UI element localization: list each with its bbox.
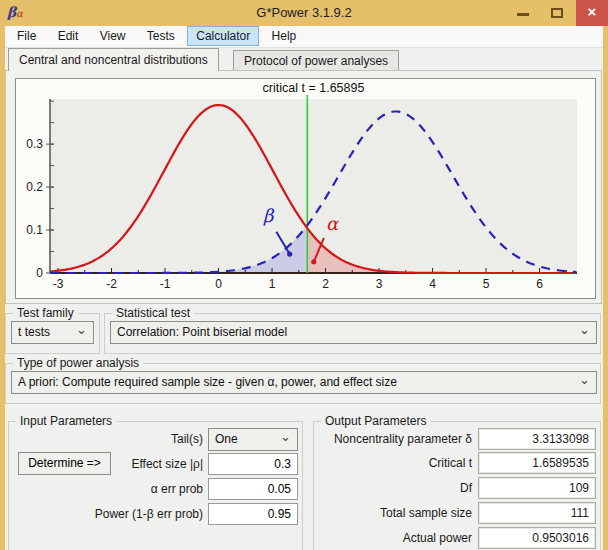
alpha-err-prob-field[interactable] (208, 478, 298, 500)
tails-value: One (215, 432, 238, 446)
svg-text:α: α (326, 213, 340, 234)
noncentrality-value: 3.3133098 (478, 428, 596, 450)
distribution-plot: -3-2-1012345600.10.20.3βαcritical t = 1.… (16, 79, 595, 298)
menu-tests[interactable]: Tests (138, 26, 184, 46)
menu-edit[interactable]: Edit (49, 26, 88, 46)
chevron-down-icon: ⌄ (579, 369, 590, 390)
svg-text:4: 4 (429, 277, 436, 291)
chevron-down-icon: ⌄ (76, 319, 87, 340)
critical-t-label: Critical t (317, 456, 472, 470)
df-label: Df (317, 481, 472, 495)
statistical-test-label: Statistical test (112, 306, 194, 320)
svg-text:-2: -2 (106, 277, 117, 291)
chevron-down-icon: ⌄ (280, 426, 291, 447)
effect-size-label: Effect size |ρ| (60, 457, 203, 471)
chart-frame: -3-2-1012345600.10.20.3βαcritical t = 1.… (15, 78, 596, 299)
svg-text:-3: -3 (53, 277, 64, 291)
svg-text:0.3: 0.3 (26, 137, 43, 151)
svg-text:6: 6 (536, 277, 543, 291)
title-bar: βα G*Power 3.1.9.2 × (0, 0, 608, 26)
svg-text:2: 2 (322, 277, 329, 291)
menu-view[interactable]: View (91, 26, 135, 46)
power-label: Power (1-β err prob) (8, 507, 203, 521)
menu-calculator[interactable]: Calculator (187, 26, 259, 46)
maximize-icon (551, 8, 563, 18)
total-sample-size-value: 111 (478, 502, 596, 524)
actual-power-label: Actual power (317, 531, 472, 545)
svg-text:-1: -1 (160, 277, 171, 291)
svg-text:critical t = 1.65895: critical t = 1.65895 (263, 81, 365, 95)
close-icon: × (588, 3, 597, 20)
menu-help[interactable]: Help (263, 26, 306, 46)
svg-text:1: 1 (269, 277, 276, 291)
tails-select[interactable]: One ⌄ (208, 428, 298, 451)
svg-text:5: 5 (483, 277, 490, 291)
svg-text:0: 0 (36, 266, 43, 280)
statistical-test-value: Correlation: Point biserial model (117, 325, 287, 339)
effect-size-field[interactable] (208, 453, 298, 475)
maximize-button[interactable] (542, 0, 572, 26)
chevron-down-icon: ⌄ (579, 319, 590, 340)
input-parameters-title: Input Parameters (16, 414, 116, 428)
total-sample-size-label: Total sample size (317, 506, 472, 520)
svg-text:0.2: 0.2 (26, 180, 43, 194)
actual-power-value: 0.9503016 (478, 527, 596, 549)
output-parameters-title: Output Parameters (321, 414, 430, 428)
tab-protocol-of-power-analyses[interactable]: Protocol of power analyses (233, 50, 399, 71)
test-family-value: t tests (18, 325, 50, 339)
noncentrality-label: Noncentrality parameter δ (317, 432, 472, 446)
svg-text:β: β (263, 205, 275, 226)
tab-pane: -3-2-1012345600.10.20.3βαcritical t = 1.… (5, 70, 602, 304)
critical-t-value: 1.6589535 (478, 452, 596, 474)
power-analysis-select[interactable]: A priori: Compute required sample size -… (11, 371, 597, 394)
menu-file[interactable]: File (8, 26, 45, 46)
test-family-label: Test family (13, 306, 78, 320)
statistical-test-select[interactable]: Correlation: Point biserial model ⌄ (110, 321, 597, 344)
power-field[interactable] (208, 503, 298, 525)
df-value: 109 (478, 477, 596, 499)
test-family-select[interactable]: t tests ⌄ (11, 321, 94, 344)
close-button[interactable]: × (576, 0, 608, 26)
gpower-window: βα G*Power 3.1.9.2 × File Edit View Test… (0, 0, 608, 550)
minimize-icon (517, 13, 529, 16)
window-border-right (603, 26, 608, 550)
power-analysis-label: Type of power analysis (13, 356, 143, 370)
menu-bar: File Edit View Tests Calculator Help (5, 26, 603, 48)
tails-label: Tail(s) (60, 432, 203, 446)
svg-text:0: 0 (215, 277, 222, 291)
power-analysis-value: A priori: Compute required sample size -… (18, 375, 397, 389)
svg-text:3: 3 (376, 277, 383, 291)
svg-text:0.1: 0.1 (26, 223, 43, 237)
alpha-err-prob-label: α err prob (60, 482, 203, 496)
minimize-button[interactable] (508, 0, 538, 26)
tab-central-noncentral-distributions[interactable]: Central and noncentral distributions (8, 48, 219, 71)
